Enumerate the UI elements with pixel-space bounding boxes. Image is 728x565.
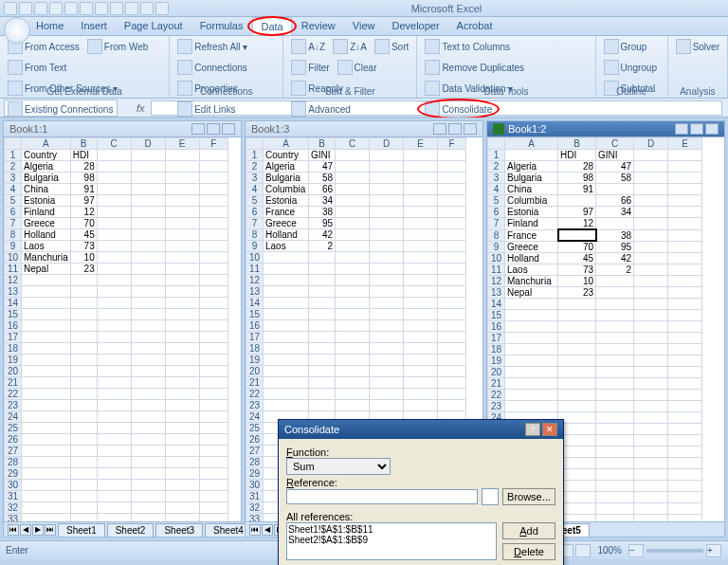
cell[interactable] — [165, 229, 199, 241]
cell[interactable] — [558, 195, 596, 207]
cell[interactable] — [97, 173, 131, 184]
cell[interactable]: 98 — [70, 173, 97, 184]
row-header[interactable]: 29 — [246, 468, 264, 480]
cell[interactable]: Country — [22, 150, 71, 161]
cell[interactable] — [634, 173, 668, 184]
cell[interactable] — [165, 207, 199, 218]
cell[interactable] — [97, 309, 131, 320]
cell[interactable] — [668, 287, 702, 299]
cell[interactable] — [668, 435, 702, 447]
cell[interactable]: Manchuria — [22, 252, 71, 264]
cell[interactable] — [668, 401, 702, 412]
cell[interactable] — [199, 275, 228, 286]
cell[interactable] — [668, 241, 702, 253]
cell[interactable] — [199, 264, 228, 275]
cell[interactable]: GINI — [309, 150, 336, 161]
cell[interactable]: Manchuria — [505, 276, 558, 287]
cell[interactable] — [131, 457, 165, 468]
row-header[interactable]: 33 — [5, 514, 22, 522]
cell[interactable] — [596, 390, 634, 401]
cell[interactable] — [370, 355, 404, 366]
cell[interactable] — [97, 320, 131, 332]
cell[interactable] — [199, 161, 228, 173]
cell[interactable] — [634, 469, 668, 481]
cell[interactable] — [438, 275, 466, 286]
cell[interactable] — [438, 241, 466, 252]
row-header[interactable]: 9 — [246, 241, 264, 252]
cell[interactable]: Algeria — [264, 161, 309, 173]
cell[interactable] — [668, 333, 702, 344]
cell[interactable] — [634, 515, 668, 522]
cell[interactable] — [199, 229, 228, 241]
cell[interactable] — [22, 502, 71, 514]
cell[interactable] — [634, 333, 668, 344]
row-header[interactable]: 11 — [246, 264, 264, 275]
cell[interactable] — [336, 309, 370, 320]
cell[interactable] — [505, 310, 558, 321]
row-header[interactable]: 19 — [246, 355, 264, 366]
cell[interactable] — [22, 468, 71, 480]
cell[interactable] — [165, 377, 199, 389]
maximize-button[interactable] — [207, 123, 220, 135]
cell[interactable] — [165, 275, 199, 286]
ribbon-existing-connections[interactable]: Existing Connections — [6, 100, 115, 118]
cell[interactable] — [309, 320, 336, 332]
row-header[interactable]: 12 — [246, 275, 264, 286]
cell[interactable] — [404, 161, 438, 173]
col-header[interactable]: D — [370, 138, 404, 150]
cell[interactable]: Nepal — [505, 287, 558, 299]
row-header[interactable]: 6 — [488, 207, 505, 218]
cell[interactable]: Greece — [505, 241, 558, 253]
cell[interactable] — [404, 298, 438, 309]
minimize-button[interactable] — [433, 123, 446, 135]
row-header[interactable]: 3 — [5, 173, 22, 184]
cell[interactable] — [596, 447, 634, 458]
cell[interactable] — [336, 241, 370, 252]
cell[interactable] — [370, 298, 404, 309]
cell[interactable]: 98 — [558, 173, 596, 184]
row-header[interactable]: 31 — [246, 491, 264, 502]
cell[interactable]: Estonia — [22, 195, 71, 207]
cell[interactable] — [264, 286, 309, 298]
cell[interactable] — [165, 434, 199, 446]
ribbon-consolidate[interactable]: Consolidate — [423, 100, 494, 118]
cell[interactable]: 91 — [70, 184, 97, 195]
ribbon-ungroup[interactable]: Ungroup — [602, 59, 659, 76]
cell[interactable] — [370, 377, 404, 389]
row-header[interactable]: 3 — [488, 173, 505, 184]
row-header[interactable]: 15 — [246, 309, 264, 320]
cell[interactable] — [404, 184, 438, 195]
cell[interactable] — [404, 309, 438, 320]
cell[interactable] — [199, 434, 228, 446]
cell[interactable] — [634, 299, 668, 310]
row-header[interactable]: 12 — [488, 276, 505, 287]
cell[interactable] — [668, 492, 702, 503]
cell[interactable] — [199, 241, 228, 252]
cell[interactable] — [70, 400, 97, 411]
cell[interactable] — [634, 287, 668, 299]
tab-last-icon[interactable]: ⏭ — [45, 524, 56, 536]
cell[interactable] — [596, 492, 634, 503]
cell[interactable] — [336, 400, 370, 411]
cell[interactable] — [370, 286, 404, 298]
col-header[interactable]: B — [70, 138, 97, 150]
cell[interactable] — [199, 184, 228, 195]
cell[interactable] — [131, 491, 165, 502]
cell[interactable]: 23 — [558, 287, 596, 299]
cell[interactable] — [97, 457, 131, 468]
cell[interactable] — [97, 502, 131, 514]
cell[interactable]: Greece — [264, 218, 309, 229]
col-header[interactable]: F — [199, 138, 228, 150]
cell[interactable]: 34 — [596, 207, 634, 218]
cell[interactable] — [404, 173, 438, 184]
cell[interactable] — [22, 343, 71, 355]
cell[interactable] — [70, 355, 97, 366]
cell[interactable] — [131, 264, 165, 275]
cell[interactable] — [97, 377, 131, 389]
cell[interactable]: China — [505, 184, 558, 195]
cell[interactable] — [438, 229, 466, 241]
cell[interactable]: 42 — [309, 229, 336, 241]
qat-icon[interactable] — [140, 2, 154, 15]
row-header[interactable]: 6 — [5, 207, 22, 218]
zoom-slider[interactable] — [646, 549, 703, 553]
